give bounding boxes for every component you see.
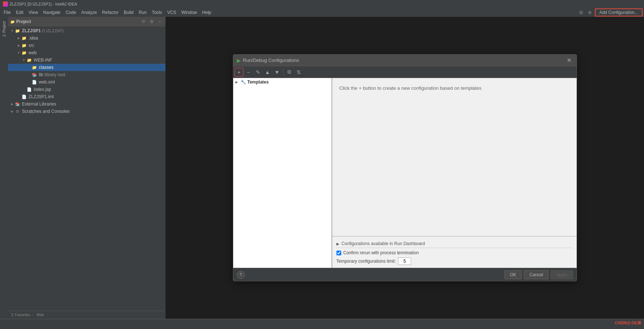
bottom-tabs: 2: Favorites Web: [8, 311, 165, 319]
idea-arrow: ▶: [16, 36, 21, 41]
webxml-icon: 📄: [31, 79, 37, 85]
settings-btn[interactable]: ⚙: [148, 18, 155, 25]
iml-arrow: [16, 94, 21, 99]
dialog-right-pane: Click the + button to create a new confi…: [332, 78, 577, 268]
dialog-close-button[interactable]: ✕: [566, 57, 573, 64]
idea-folder-icon: 📁: [21, 35, 27, 41]
sort-config-button[interactable]: ⇅: [294, 68, 303, 77]
tree-web[interactable]: ▼ 📁 web: [8, 49, 165, 56]
jsp-icon: 📄: [26, 86, 32, 92]
app-logo: [3, 1, 8, 7]
cancel-button[interactable]: Cancel: [524, 270, 548, 279]
temp-limit-row: Temporary configurations limit: 5: [336, 258, 572, 265]
tree-src[interactable]: ▶ 📁 src: [8, 42, 165, 49]
dialog-right-content: Click the + button to create a new confi…: [332, 78, 577, 236]
tree-webinf-label: WEB-INF: [34, 58, 52, 63]
status-bar: CSDN@小E弟: [0, 319, 644, 327]
dialog-body: ▶ 🔧 Templates Click the + button to crea…: [233, 78, 577, 268]
dialog-bottom: ▶ Configurations available in Run Dashbo…: [332, 236, 577, 268]
menu-refactor[interactable]: Refactor: [100, 9, 121, 16]
extlibs-icon: 📚: [15, 101, 21, 107]
web-arrow: ▼: [16, 50, 21, 55]
layout-btn[interactable]: ⊞: [577, 9, 585, 16]
menu-build[interactable]: Build: [122, 9, 136, 16]
templates-item[interactable]: ▶ 🔧 Templates: [233, 78, 332, 86]
tree-root[interactable]: ▼ 📁 ZLZJSP1 D:\ZLZJSP1: [8, 27, 165, 34]
remove-config-button[interactable]: −: [244, 68, 253, 77]
help-button[interactable]: ?: [237, 271, 245, 279]
scratches-icon: ⚙: [15, 108, 21, 114]
tree-indexjsp[interactable]: 📄 index.jsp: [8, 86, 165, 93]
ide-area: 1: Project 📁 Project ⟳ ⚙ − ▼ 📁 ZLZJSP1 D…: [0, 17, 644, 319]
project-panel-title: Project: [16, 19, 31, 24]
menu-view[interactable]: View: [26, 9, 40, 16]
tree-extlibs[interactable]: ▶ 📚 External Libraries: [8, 100, 165, 108]
tree-arrow: ▼: [10, 28, 15, 33]
tree-lib[interactable]: 📚 lib library root: [8, 71, 165, 78]
minimize-btn[interactable]: −: [156, 18, 163, 25]
editor-area: ▶ Run/Debug Configurations ✕ + − ✎ ▲ ▼ ⧉…: [165, 17, 644, 319]
menu-edit[interactable]: Edit: [14, 9, 26, 16]
tree-idea[interactable]: ▶ 📁 .idea: [8, 34, 165, 42]
move-down-button[interactable]: ▼: [273, 68, 282, 77]
tree-classes[interactable]: 📁 classes: [8, 64, 165, 71]
web-folder-icon: 📁: [21, 50, 27, 56]
sync-btn[interactable]: ⟳: [140, 18, 147, 25]
tree-lib-label: lib library root: [39, 72, 65, 77]
menu-navigate[interactable]: Navigate: [41, 9, 63, 16]
menu-bar: File Edit View Navigate Code Analyze Ref…: [0, 8, 644, 17]
confirm-rerun-row: Confirm rerun with process termination: [336, 250, 572, 255]
menu-run[interactable]: Run: [137, 9, 149, 16]
temp-limit-input[interactable]: 5: [398, 258, 411, 265]
menu-code[interactable]: Code: [63, 9, 78, 16]
run-debug-dialog: ▶ Run/Debug Configurations ✕ + − ✎ ▲ ▼ ⧉…: [233, 54, 577, 281]
menu-file[interactable]: File: [1, 9, 13, 16]
favorites-tab[interactable]: 2: Favorites: [8, 313, 33, 317]
run-dashboard-row[interactable]: ▶ Configurations available in Run Dashbo…: [336, 240, 572, 248]
tree-scratches[interactable]: ▶ ⚙ Scratches and Consoles: [8, 108, 165, 115]
webxml-arrow: [26, 80, 31, 85]
edit-config-button[interactable]: ✎: [254, 68, 263, 77]
tree-idea-label: .idea: [29, 36, 38, 41]
classes-folder-icon: 📁: [31, 64, 37, 70]
dialog-hint-text: Click the + button to create a new confi…: [339, 85, 481, 91]
menu-vcs[interactable]: VCS: [165, 9, 179, 16]
tree-classes-label: classes: [39, 65, 53, 70]
menu-tools[interactable]: Tools: [150, 9, 164, 16]
tree-iml-label: ZLZJSP1.iml: [29, 94, 54, 99]
confirm-rerun-checkbox[interactable]: [336, 251, 341, 255]
dialog-title: Run/Debug Configurations: [243, 58, 299, 63]
extlibs-arrow: ▶: [10, 101, 15, 107]
add-configuration-button[interactable]: Add Configuration...: [595, 8, 643, 16]
add-config-button[interactable]: +: [235, 68, 243, 77]
dialog-overlay: ▶ Run/Debug Configurations ✕ + − ✎ ▲ ▼ ⧉…: [165, 17, 644, 319]
menu-help[interactable]: Help: [200, 9, 213, 16]
project-tab-vertical[interactable]: 1: Project: [1, 18, 7, 40]
ok-button[interactable]: OK: [505, 270, 522, 279]
dialog-config-list: ▶ 🔧 Templates: [233, 78, 332, 268]
dialog-title-bar: ▶ Run/Debug Configurations ✕: [233, 55, 577, 66]
tree-indexjsp-label: index.jsp: [34, 87, 51, 92]
menu-window[interactable]: Window: [179, 9, 199, 16]
src-folder-icon: 📁: [21, 42, 27, 48]
left-side-tabs: 1: Project: [0, 17, 8, 319]
apply-button[interactable]: Apply: [551, 270, 573, 279]
iml-icon: 📄: [21, 94, 27, 100]
file-tree: ▼ 📁 ZLZJSP1 D:\ZLZJSP1 ▶ 📁 .idea ▶ 📁 src…: [8, 26, 165, 311]
tree-webinf[interactable]: ▼ 📁 WEB-INF: [8, 56, 165, 64]
copy-config-button[interactable]: ⧉: [285, 68, 294, 77]
dialog-title-left: ▶ Run/Debug Configurations: [237, 58, 299, 63]
menu-analyze[interactable]: Analyze: [79, 9, 99, 16]
scratches-arrow: ▶: [10, 109, 15, 114]
tree-src-label: src: [29, 43, 34, 48]
tree-web-label: web: [29, 50, 37, 55]
tree-extlibs-label: External Libraries: [22, 101, 56, 107]
tree-webxml[interactable]: 📄 web.xml: [8, 78, 165, 86]
templates-arrow: ▶: [235, 80, 241, 84]
move-up-button[interactable]: ▲: [263, 68, 272, 77]
tree-iml[interactable]: 📄 ZLZJSP1.iml: [8, 93, 165, 100]
classes-arrow: [26, 65, 31, 70]
dialog-footer: ? OK Cancel Apply: [233, 268, 577, 281]
web-tab[interactable]: Web: [33, 313, 46, 317]
search-btn[interactable]: ⊕: [586, 9, 593, 16]
